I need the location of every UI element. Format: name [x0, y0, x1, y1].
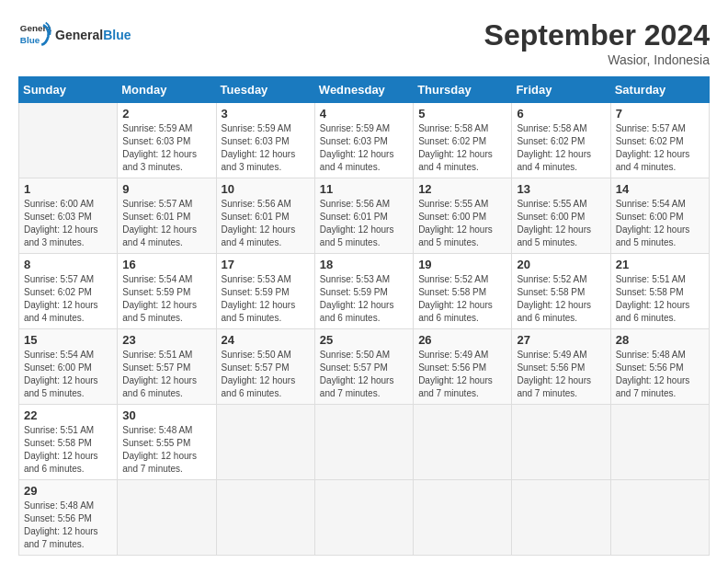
day-info: Sunrise: 5:48 AMSunset: 5:56 PMDaylight:… [616, 349, 704, 400]
day-info: Sunrise: 5:52 AMSunset: 5:58 PMDaylight:… [517, 273, 605, 325]
day-info: Sunrise: 5:54 AMSunset: 6:00 PMDaylight:… [24, 349, 112, 400]
day-info: Sunrise: 5:59 AMSunset: 6:03 PMDaylight:… [320, 122, 408, 174]
table-row: 4Sunrise: 5:59 AMSunset: 6:03 PMDaylight… [314, 103, 413, 178]
day-number: 22 [24, 408, 112, 422]
day-number: 10 [222, 182, 310, 196]
table-row [314, 480, 413, 556]
day-number: 14 [616, 182, 704, 196]
table-row: 23Sunrise: 5:51 AMSunset: 5:57 PMDayligh… [118, 329, 216, 405]
day-number: 27 [517, 333, 605, 347]
table-row: 29Sunrise: 5:48 AMSunset: 5:56 PMDayligh… [19, 480, 118, 556]
logo-blue: Blue [103, 28, 131, 42]
day-info: Sunrise: 5:53 AMSunset: 5:59 PMDaylight:… [222, 273, 310, 325]
table-row: 26Sunrise: 5:49 AMSunset: 5:56 PMDayligh… [414, 329, 512, 405]
table-row: 12Sunrise: 5:55 AMSunset: 6:00 PMDayligh… [414, 178, 512, 254]
day-info: Sunrise: 5:58 AMSunset: 6:02 PMDaylight:… [517, 122, 605, 174]
logo-icon: General Blue [18, 18, 51, 52]
day-info: Sunrise: 5:56 AMSunset: 6:01 PMDaylight:… [222, 198, 310, 249]
day-number: 26 [418, 333, 506, 347]
day-number: 21 [616, 258, 704, 271]
table-row: 6Sunrise: 5:58 AMSunset: 6:02 PMDaylight… [512, 103, 610, 178]
day-info: Sunrise: 5:51 AMSunset: 5:58 PMDaylight:… [24, 424, 112, 476]
day-number: 1 [24, 182, 112, 196]
calendar-row: 29Sunrise: 5:48 AMSunset: 5:56 PMDayligh… [19, 480, 710, 556]
day-number: 28 [616, 333, 704, 347]
day-info: Sunrise: 5:51 AMSunset: 5:57 PMDaylight:… [122, 349, 210, 400]
day-number: 9 [122, 182, 210, 196]
day-info: Sunrise: 5:59 AMSunset: 6:03 PMDaylight:… [122, 122, 210, 174]
logo-general: General [55, 28, 103, 42]
day-info: Sunrise: 5:56 AMSunset: 6:01 PMDaylight:… [320, 198, 408, 249]
day-number: 25 [320, 333, 408, 347]
day-info: Sunrise: 5:55 AMSunset: 6:00 PMDaylight:… [517, 198, 605, 249]
col-thursday: Thursday [414, 77, 512, 103]
day-number: 13 [517, 182, 605, 196]
table-row: 25Sunrise: 5:50 AMSunset: 5:57 PMDayligh… [314, 329, 413, 405]
day-info: Sunrise: 5:48 AMSunset: 5:55 PMDaylight:… [122, 424, 210, 476]
day-number: 15 [24, 333, 112, 347]
table-row [19, 103, 118, 178]
day-info: Sunrise: 5:57 AMSunset: 6:02 PMDaylight:… [616, 122, 704, 174]
table-row: 18Sunrise: 5:53 AMSunset: 5:59 PMDayligh… [314, 254, 413, 329]
calendar-table: Sunday Monday Tuesday Wednesday Thursday… [18, 76, 710, 556]
col-wednesday: Wednesday [314, 77, 413, 103]
day-number: 30 [122, 408, 210, 422]
table-row: 9Sunrise: 5:57 AMSunset: 6:01 PMDaylight… [118, 178, 216, 254]
day-number: 12 [418, 182, 506, 196]
day-number: 5 [418, 107, 506, 121]
table-row [512, 405, 610, 480]
day-number: 8 [24, 258, 112, 271]
table-row: 22Sunrise: 5:51 AMSunset: 5:58 PMDayligh… [19, 405, 118, 480]
table-row: 13Sunrise: 5:55 AMSunset: 6:00 PMDayligh… [512, 178, 610, 254]
title-block: September 2024 Wasior, Indonesia [484, 18, 710, 67]
day-info: Sunrise: 6:00 AMSunset: 6:03 PMDaylight:… [24, 198, 112, 249]
day-info: Sunrise: 5:48 AMSunset: 5:56 PMDaylight:… [24, 500, 112, 551]
col-friday: Friday [512, 77, 610, 103]
day-info: Sunrise: 5:51 AMSunset: 5:58 PMDaylight:… [616, 273, 704, 325]
table-row [610, 405, 709, 480]
table-row: 7Sunrise: 5:57 AMSunset: 6:02 PMDaylight… [610, 103, 709, 178]
day-info: Sunrise: 5:53 AMSunset: 5:59 PMDaylight:… [320, 273, 408, 325]
calendar-row: 2Sunrise: 5:59 AMSunset: 6:03 PMDaylight… [19, 103, 710, 178]
table-row: 15Sunrise: 5:54 AMSunset: 6:00 PMDayligh… [19, 329, 118, 405]
day-number: 16 [122, 258, 210, 271]
table-row: 16Sunrise: 5:54 AMSunset: 5:59 PMDayligh… [118, 254, 216, 329]
day-info: Sunrise: 5:57 AMSunset: 6:02 PMDaylight:… [24, 273, 112, 325]
table-row: 5Sunrise: 5:58 AMSunset: 6:02 PMDaylight… [414, 103, 512, 178]
svg-text:Blue: Blue [20, 35, 40, 45]
table-row: 14Sunrise: 5:54 AMSunset: 6:00 PMDayligh… [610, 178, 709, 254]
logo: General Blue GeneralBlue [18, 18, 131, 52]
col-sunday: Sunday [19, 77, 118, 103]
day-number: 2 [122, 107, 210, 121]
col-tuesday: Tuesday [216, 77, 314, 103]
table-row: 10Sunrise: 5:56 AMSunset: 6:01 PMDayligh… [216, 178, 314, 254]
day-info: Sunrise: 5:49 AMSunset: 5:56 PMDaylight:… [517, 349, 605, 400]
calendar-row: 1Sunrise: 6:00 AMSunset: 6:03 PMDaylight… [19, 178, 710, 254]
table-row [512, 480, 610, 556]
day-number: 4 [320, 107, 408, 121]
table-row [216, 480, 314, 556]
day-number: 7 [616, 107, 704, 121]
calendar-row: 15Sunrise: 5:54 AMSunset: 6:00 PMDayligh… [19, 329, 710, 405]
table-row: 20Sunrise: 5:52 AMSunset: 5:58 PMDayligh… [512, 254, 610, 329]
day-info: Sunrise: 5:49 AMSunset: 5:56 PMDaylight:… [418, 349, 506, 400]
day-number: 3 [222, 107, 310, 121]
day-number: 29 [24, 484, 112, 498]
table-row: 24Sunrise: 5:50 AMSunset: 5:57 PMDayligh… [216, 329, 314, 405]
day-number: 20 [517, 258, 605, 271]
day-info: Sunrise: 5:50 AMSunset: 5:57 PMDaylight:… [320, 349, 408, 400]
table-row: 30Sunrise: 5:48 AMSunset: 5:55 PMDayligh… [118, 405, 216, 480]
day-number: 6 [517, 107, 605, 121]
table-row: 21Sunrise: 5:51 AMSunset: 5:58 PMDayligh… [610, 254, 709, 329]
table-row [216, 405, 314, 480]
table-row: 8Sunrise: 5:57 AMSunset: 6:02 PMDaylight… [19, 254, 118, 329]
col-saturday: Saturday [610, 77, 709, 103]
table-row [610, 480, 709, 556]
day-number: 24 [222, 333, 310, 347]
table-row: 28Sunrise: 5:48 AMSunset: 5:56 PMDayligh… [610, 329, 709, 405]
day-number: 19 [418, 258, 506, 271]
header-row: Sunday Monday Tuesday Wednesday Thursday… [19, 77, 710, 103]
table-row: 3Sunrise: 5:59 AMSunset: 6:03 PMDaylight… [216, 103, 314, 178]
calendar-row: 22Sunrise: 5:51 AMSunset: 5:58 PMDayligh… [19, 405, 710, 480]
table-row: 1Sunrise: 6:00 AMSunset: 6:03 PMDaylight… [19, 178, 118, 254]
